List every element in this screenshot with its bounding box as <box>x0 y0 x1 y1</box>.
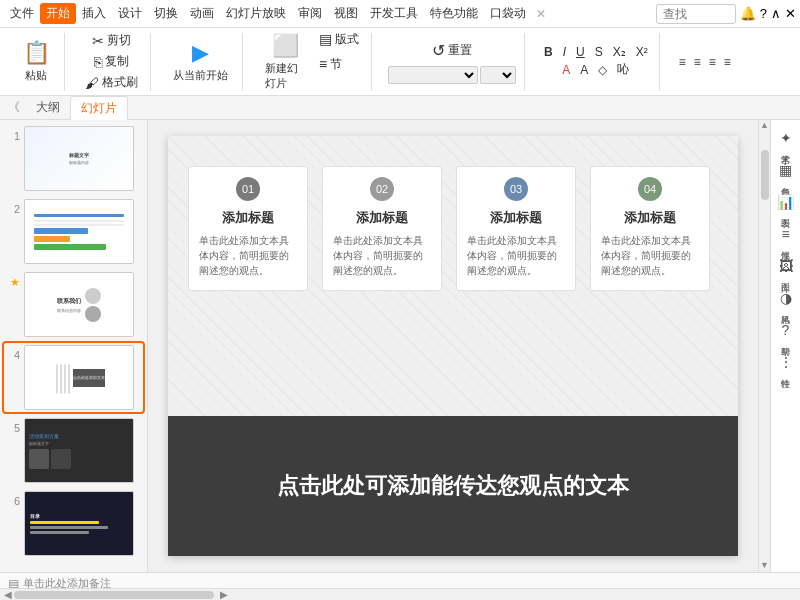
main-area: 1 标题文字 副标题内容 2 <box>0 120 800 572</box>
minimize-icon[interactable]: ∧ <box>771 6 781 21</box>
redo-button[interactable]: ↺ 重置 <box>428 39 476 62</box>
justify-button[interactable]: ≡ <box>721 54 734 70</box>
align-right-button[interactable]: ≡ <box>706 54 719 70</box>
align-left-button[interactable]: ≡ <box>676 54 689 70</box>
collapse-icon[interactable]: 《 <box>8 99 20 116</box>
add-slide-button[interactable]: ＋ <box>4 562 143 572</box>
layout-button[interactable]: ▤ 版式 <box>315 29 363 50</box>
menu-special[interactable]: 特色功能 <box>424 3 484 24</box>
help-sidebar-icon: ? <box>782 322 790 338</box>
slide-top-section: 01 添加标题 单击此处添加文本具体内容，简明扼要的阐述您的观点。 02 添加标… <box>168 136 738 416</box>
ribbon-group-slideshow: ▶ 从当前开始 <box>159 33 243 91</box>
menu-bar: 文件 开始 插入 设计 切换 动画 幻灯片放映 审阅 视图 开发工具 特色功能 … <box>0 0 800 28</box>
font-selector[interactable] <box>388 66 478 84</box>
content-card-2[interactable]: 02 添加标题 单击此处添加文本具体内容，简明扼要的阐述您的观点。 <box>322 166 442 291</box>
card-body-4: 单击此处添加文本具体内容，简明扼要的阐述您的观点。 <box>601 233 699 278</box>
menu-switch[interactable]: 切换 <box>148 3 184 24</box>
slide-bottom-section[interactable]: 点击此处可添加能传达您观点的文本 <box>168 416 738 556</box>
slide-item-4[interactable]: 4 点击此处添加文本 <box>4 343 143 412</box>
section-icon: ≡ <box>319 56 327 72</box>
slide-item-6[interactable]: 6 目录 <box>4 489 143 558</box>
menu-design[interactable]: 设计 <box>112 3 148 24</box>
content-card-1[interactable]: 01 添加标题 单击此处添加文本具体内容，简明扼要的阐述您的观点。 <box>188 166 308 291</box>
sidebar-tool-style[interactable]: ◑ 风格 <box>777 284 794 314</box>
play-icon: ▶ <box>192 40 209 66</box>
card-title-2: 添加标题 <box>333 209 431 227</box>
card-title-1: 添加标题 <box>199 209 297 227</box>
slide-canvas: 01 添加标题 单击此处添加文本具体内容，简明扼要的阐述您的观点。 02 添加标… <box>168 136 738 556</box>
sidebar-tool-art[interactable]: ✦ 艺术字 <box>777 124 794 154</box>
slide-panel: 1 标题文字 副标题内容 2 <box>0 120 148 572</box>
slide-item-5[interactable]: 5 活动策划方案 副标题文字 <box>4 416 143 485</box>
sidebar-tool-gallery[interactable]: 🖼 图库 <box>777 252 795 282</box>
format-brush-button[interactable]: 🖌 格式刷 <box>81 72 142 93</box>
slide-item-2[interactable]: 2 <box>4 197 143 266</box>
menu-file[interactable]: 文件 <box>4 3 40 24</box>
content-card-3[interactable]: 03 添加标题 单击此处添加文本具体内容，简明扼要的阐述您的观点。 <box>456 166 576 291</box>
bell-icon[interactable]: 🔔 <box>740 6 756 21</box>
content-card-4[interactable]: 04 添加标题 单击此处添加文本具体内容，简明扼要的阐述您的观点。 <box>590 166 710 291</box>
subscript-button[interactable]: X₂ <box>610 44 629 60</box>
strikethrough-button[interactable]: S <box>592 44 606 60</box>
menu-slideshow[interactable]: 幻灯片放映 <box>220 3 292 24</box>
card-title-3: 添加标题 <box>467 209 565 227</box>
close-icon[interactable]: ✕ <box>785 6 796 21</box>
underline-button[interactable]: U <box>573 44 588 60</box>
menu-review[interactable]: 审阅 <box>292 3 328 24</box>
font-size-selector[interactable] <box>480 66 516 84</box>
sidebar-tool-help[interactable]: ? 帮助 <box>777 316 794 346</box>
superscript-button[interactable]: X² <box>633 44 651 60</box>
sidebar-tool-props[interactable]: ≡ 属性 <box>777 220 794 250</box>
menu-pocket[interactable]: 口袋动 <box>484 3 532 24</box>
slide-item-1[interactable]: 1 标题文字 副标题内容 <box>4 124 143 193</box>
slide-thumb-6: 目录 <box>24 491 134 556</box>
shape-fill-button[interactable]: ◇ <box>595 62 610 78</box>
menu-start[interactable]: 开始 <box>40 3 76 24</box>
bold-button[interactable]: B <box>541 44 556 60</box>
menu-animation[interactable]: 动画 <box>184 3 220 24</box>
text-highlight-button[interactable]: A <box>577 62 591 78</box>
search-input[interactable] <box>656 4 736 24</box>
help-icon[interactable]: ? <box>760 6 767 21</box>
italic-button[interactable]: I <box>560 44 569 60</box>
font-color-button[interactable]: A <box>559 62 573 78</box>
tab-slides[interactable]: 幻灯片 <box>70 96 128 120</box>
paste-button[interactable]: 📋 粘贴 <box>16 36 56 87</box>
scroll-right-button[interactable]: ▶ <box>218 587 230 600</box>
new-slide-button[interactable]: ⬜ 新建幻灯片 <box>259 29 311 95</box>
scroll-thumb[interactable] <box>761 150 769 200</box>
card-number-1: 01 <box>236 177 260 201</box>
menu-view[interactable]: 视图 <box>328 3 364 24</box>
align-center-button[interactable]: ≡ <box>691 54 704 70</box>
scroll-down-button[interactable]: ▼ <box>760 560 769 570</box>
right-sidebar: ✦ 艺术字 ▦ 颜色 📊 图表 ≡ 属性 <box>770 120 800 572</box>
ribbon-group-textformat: B I U S X₂ X² A A ◇ 吣 <box>533 33 660 91</box>
canvas-inner: 01 添加标题 单击此处添加文本具体内容，简明扼要的阐述您的观点。 02 添加标… <box>148 120 800 572</box>
card-number-2: 02 <box>370 177 394 201</box>
ribbon-group-clipboard: ✂ 剪切 ⎘ 复制 🖌 格式刷 <box>73 33 151 91</box>
section-button[interactable]: ≡ 节 <box>315 54 363 75</box>
char-spacing-button[interactable]: 吣 <box>614 60 632 79</box>
menu-dev[interactable]: 开发工具 <box>364 3 424 24</box>
layout-icon: ▤ <box>319 31 332 47</box>
start-from-here-button[interactable]: ▶ 从当前开始 <box>167 36 234 87</box>
slide-item-3[interactable]: ★ 联系我们 联系信息内容 <box>4 270 143 339</box>
cut-button[interactable]: ✂ 剪切 <box>88 30 135 51</box>
chart-icon: 📊 <box>777 194 794 210</box>
sidebar-tool-features[interactable]: ⋮ 特性 <box>777 348 795 378</box>
color-icon: ▦ <box>779 162 792 178</box>
menu-insert[interactable]: 插入 <box>76 3 112 24</box>
sidebar-tool-color[interactable]: ▦ 颜色 <box>777 156 794 186</box>
sidebar-tool-chart[interactable]: 📊 图表 <box>775 188 796 218</box>
ribbon-group-redo: ↺ 重置 <box>380 33 525 91</box>
scroll-up-button[interactable]: ▲ <box>760 120 769 130</box>
ribbon-group-newslide: ⬜ 新建幻灯片 ▤ 版式 ≡ 节 <box>251 33 372 91</box>
vertical-scrollbar: ▲ ▼ <box>758 120 770 572</box>
copy-button[interactable]: ⎘ 复制 <box>90 51 133 72</box>
tab-outline[interactable]: 大纲 <box>26 96 70 119</box>
gallery-icon: 🖼 <box>779 258 793 274</box>
ribbon-group-paste: 📋 粘贴 <box>8 33 65 91</box>
h-scroll-thumb[interactable] <box>14 591 214 599</box>
slide-bottom-text: 点击此处可添加能传达您观点的文本 <box>277 471 629 501</box>
scroll-left-button[interactable]: ◀ <box>2 587 14 600</box>
